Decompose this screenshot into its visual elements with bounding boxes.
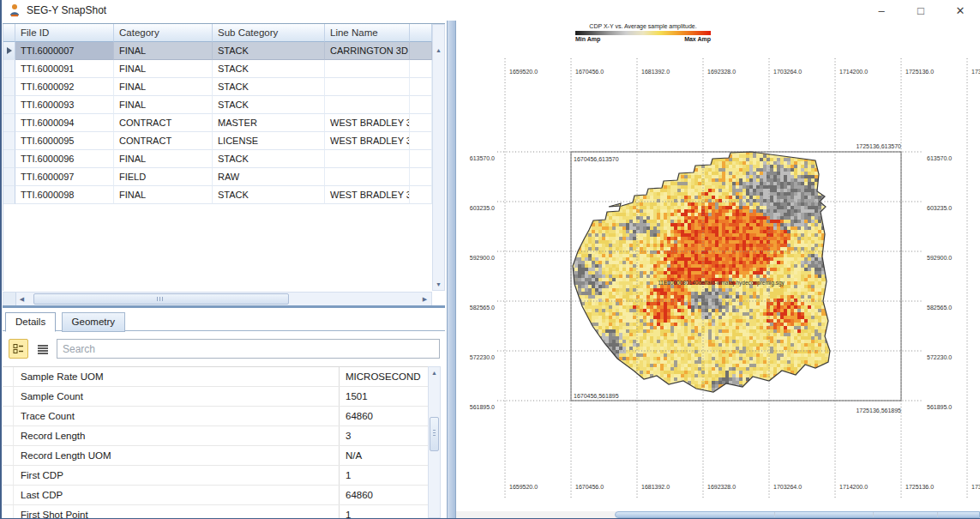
grid-cell-file-id[interactable]: TTI.6000095	[15, 132, 114, 150]
minimize-button[interactable]: –	[862, 0, 901, 21]
file-grid-row[interactable]: TTI.6000091FINALSTACK	[3, 60, 432, 78]
file-grid-horizontal-scrollbar[interactable]: ◀ ▶	[3, 292, 432, 306]
file-grid-row[interactable]: TTI.6000092FINALSTACK	[3, 78, 432, 96]
categorized-view-button[interactable]	[9, 339, 28, 359]
property-row[interactable]: Trace Count64860	[3, 407, 428, 426]
grid-cell-category[interactable]: FINAL	[114, 96, 213, 114]
row-selector-header[interactable]	[3, 24, 15, 42]
property-value[interactable]: 64860	[339, 486, 428, 504]
tab-details[interactable]: Details	[5, 312, 56, 332]
grid-cell-file-id[interactable]: TTI.6000097	[15, 168, 114, 186]
grid-cell-file-id[interactable]: TTI.6000098	[15, 186, 114, 204]
property-row[interactable]: First Shot Point1	[3, 505, 428, 518]
grid-cell-filler[interactable]	[410, 168, 432, 186]
property-row[interactable]: Record Length UOMN/A	[3, 446, 428, 466]
grid-cell-category[interactable]: FINAL	[114, 42, 213, 60]
grid-cell-sub-category[interactable]: STACK	[213, 150, 325, 168]
property-name[interactable]: Sample Rate UOM	[14, 367, 339, 386]
grid-cell-line-name[interactable]: WEST BRADLEY 3D	[325, 186, 410, 204]
property-row[interactable]: Sample Count1501	[3, 387, 428, 407]
property-grid-scrollbar[interactable]: ▲	[428, 366, 441, 518]
grid-cell-filler[interactable]	[410, 114, 432, 132]
property-name[interactable]: Trace Count	[14, 407, 339, 425]
column-header[interactable]: Category	[114, 24, 213, 42]
property-row[interactable]: Last CDP64860	[3, 486, 428, 505]
grid-cell-category[interactable]: FINAL	[114, 186, 213, 204]
row-selector-cell[interactable]	[3, 186, 15, 204]
grid-cell-line-name[interactable]	[325, 96, 410, 114]
grid-cell-file-id[interactable]: TTI.6000093	[15, 96, 114, 114]
grid-cell-line-name[interactable]	[325, 150, 410, 168]
grid-cell-filler[interactable]	[410, 150, 432, 168]
property-value[interactable]: 64860	[339, 407, 428, 425]
grid-cell-sub-category[interactable]: STACK	[213, 60, 325, 78]
map-horizontal-scrollbar[interactable]	[456, 511, 980, 518]
file-grid-row[interactable]: TTI.6000097FIELDRAW	[3, 168, 432, 186]
property-value[interactable]: 1501	[339, 387, 428, 406]
grid-cell-filler[interactable]	[410, 96, 432, 114]
grid-cell-file-id[interactable]: TTI.6000094	[15, 114, 114, 132]
file-grid-row[interactable]: TTI.6000096FINALSTACK	[3, 150, 432, 168]
row-selector-cell[interactable]	[3, 114, 15, 132]
file-grid-row[interactable]: TTI.6000098FINALSTACKWEST BRADLEY 3D	[3, 186, 432, 204]
scroll-down-icon[interactable]: ▼	[433, 281, 444, 287]
grid-cell-category[interactable]: FINAL	[114, 60, 213, 78]
grid-cell-line-name[interactable]	[325, 168, 410, 186]
grid-cell-sub-category[interactable]: STACK	[213, 186, 325, 204]
grid-cell-line-name[interactable]: WEST BRADLEY 3D	[325, 132, 410, 150]
property-value[interactable]: 3	[339, 426, 428, 445]
grid-cell-sub-category[interactable]: LICENSE	[213, 132, 325, 150]
file-grid-row[interactable]: TTI.6000095CONTRACTLICENSEWEST BRADLEY 3…	[3, 132, 432, 150]
grid-cell-filler[interactable]	[410, 60, 432, 78]
row-selector-cell[interactable]	[3, 78, 15, 96]
row-selector-cell[interactable]	[3, 168, 15, 186]
grid-cell-line-name[interactable]	[325, 78, 410, 96]
column-header[interactable]: File ID	[15, 24, 114, 42]
grid-cell-filler[interactable]	[410, 186, 432, 204]
grid-cell-file-id[interactable]: TTI.6000091	[15, 60, 114, 78]
scroll-left-icon[interactable]: ◀	[16, 296, 27, 302]
grid-cell-category[interactable]: FIELD	[114, 168, 213, 186]
file-grid-vertical-scrollbar[interactable]: ▲ ▼	[432, 24, 445, 291]
file-grid-row[interactable]: TTI.6000007FINALSTACKCARRINGTON 3D	[3, 42, 432, 60]
map-scrollbar-thumb[interactable]	[615, 511, 980, 518]
scroll-right-icon[interactable]: ▶	[419, 296, 430, 302]
grid-cell-sub-category[interactable]: STACK	[213, 96, 325, 114]
grid-cell-sub-category[interactable]: MASTER	[213, 114, 325, 132]
grid-cell-category[interactable]: FINAL	[114, 78, 213, 96]
scroll-up-icon[interactable]: ▲	[429, 370, 440, 376]
grid-cell-sub-category[interactable]: STACK	[213, 78, 325, 96]
search-input[interactable]	[57, 339, 440, 359]
property-row[interactable]: Record Length3	[3, 426, 428, 446]
grid-cell-line-name[interactable]: WEST BRADLEY 3D	[325, 114, 410, 132]
grid-cell-filler[interactable]	[410, 42, 432, 60]
grid-cell-file-id[interactable]: TTI.6000096	[15, 150, 114, 168]
grid-cell-filler[interactable]	[410, 132, 432, 150]
property-row[interactable]: Sample Rate UOMMICROSECOND	[3, 367, 428, 387]
grid-cell-line-name[interactable]: CARRINGTON 3D	[325, 42, 410, 60]
property-row[interactable]: First CDP1	[3, 466, 428, 486]
close-button[interactable]: ✕	[941, 0, 980, 21]
property-value[interactable]: MICROSECOND	[339, 367, 428, 386]
grid-cell-category[interactable]: CONTRACT	[114, 114, 213, 132]
grid-cell-sub-category[interactable]: STACK	[213, 42, 325, 60]
grid-cell-sub-category[interactable]: RAW	[213, 168, 325, 186]
row-selector-cell[interactable]	[3, 132, 15, 150]
property-name[interactable]: Last CDP	[14, 486, 339, 504]
file-grid-row[interactable]: TTI.6000093FINALSTACK	[3, 96, 432, 114]
property-value[interactable]: 1	[339, 466, 428, 485]
grid-cell-file-id[interactable]: TTI.6000007	[15, 42, 114, 60]
alphabetical-view-button[interactable]	[33, 339, 52, 359]
row-selector-cell[interactable]	[3, 42, 15, 60]
property-name[interactable]: Record Length	[14, 426, 339, 445]
grid-cell-file-id[interactable]: TTI.6000092	[15, 78, 114, 96]
column-header[interactable]: Line Name	[325, 24, 410, 42]
property-name[interactable]: Record Length UOM	[14, 446, 339, 465]
grid-cell-category[interactable]: CONTRACT	[114, 132, 213, 150]
map-canvas[interactable]: 1659520.01659520.01670456.01670456.01681…	[456, 21, 980, 519]
grid-cell-category[interactable]: FINAL	[114, 150, 213, 168]
horizontal-scrollbar-thumb[interactable]	[33, 293, 289, 305]
property-name[interactable]: First CDP	[14, 466, 339, 485]
row-selector-cell[interactable]	[3, 150, 15, 168]
vertical-scrollbar-thumb[interactable]	[430, 417, 439, 451]
